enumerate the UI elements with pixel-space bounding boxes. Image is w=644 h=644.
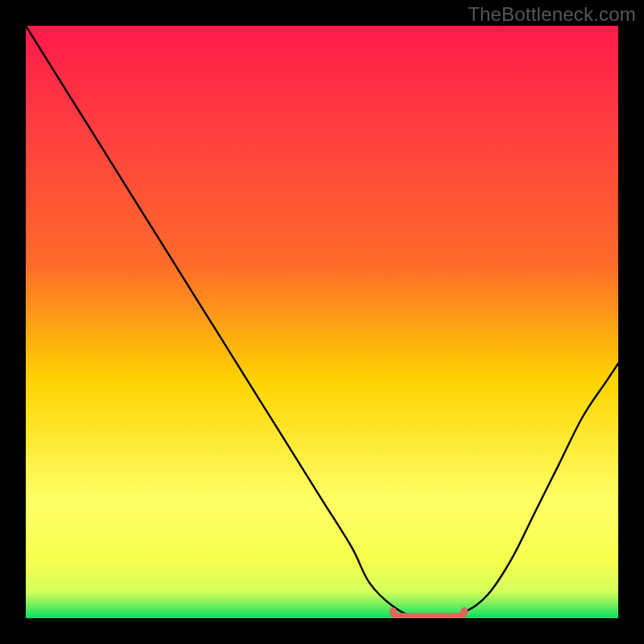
chart-svg bbox=[26, 26, 618, 618]
plot-area bbox=[26, 26, 618, 618]
watermark-text: TheBottleneck.com bbox=[468, 3, 636, 26]
gradient-background bbox=[26, 26, 618, 618]
chart-frame: TheBottleneck.com bbox=[0, 0, 644, 644]
